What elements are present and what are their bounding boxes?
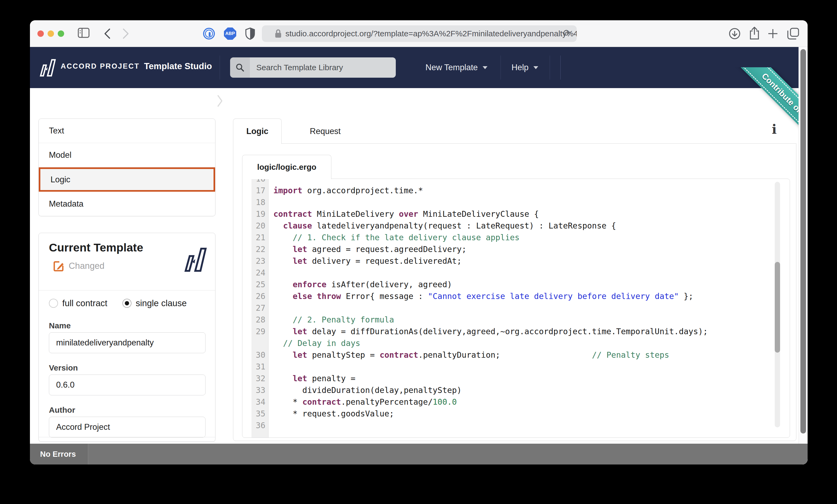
sidebar-item-model[interactable]: Model: [39, 143, 215, 167]
search-icon[interactable]: [230, 57, 250, 78]
name-field[interactable]: [49, 332, 206, 353]
code-line[interactable]: 31: [251, 361, 790, 373]
info-icon[interactable]: i: [772, 122, 777, 137]
browser-window: ABP studio.accordproject.org/?template=a…: [30, 20, 807, 465]
divider: [39, 290, 215, 291]
status-bar: No Errors: [30, 444, 807, 465]
file-tab-logic-ergo[interactable]: logic/logic.ergo: [242, 155, 332, 179]
address-bar[interactable]: studio.accordproject.org/?template=ap%3A…: [262, 25, 577, 42]
code-line[interactable]: 20 clause latedeliveryandpenalty(request…: [251, 220, 790, 232]
accord-project-logo-icon[interactable]: [39, 59, 56, 77]
template-status-badge: Changed: [69, 261, 105, 271]
error-status-segment: No Errors: [30, 444, 88, 465]
minimize-window-button[interactable]: [48, 31, 54, 37]
close-window-button[interactable]: [37, 31, 44, 37]
new-template-menu[interactable]: New Template: [425, 47, 487, 88]
tab-request[interactable]: Request: [295, 118, 356, 144]
app-header: ACCORD PROJECT Template Studio New Templ…: [30, 47, 799, 88]
brand-text[interactable]: ACCORD PROJECT: [61, 62, 140, 71]
code-line[interactable]: 28 // 2. Penalty formula: [251, 314, 790, 326]
code-line[interactable]: 32 let penalty =: [251, 373, 790, 385]
lock-icon: [275, 29, 282, 38]
chevron-right-icon: [217, 94, 223, 107]
code-line[interactable]: 19contract MiniLateDelivery over MiniLat…: [251, 208, 790, 220]
code-editor[interactable]: 1617import org.accordproject.time.*1819c…: [242, 179, 790, 438]
url-text: studio.accordproject.org/?template=ap%3A…: [285, 29, 577, 38]
header-divider: [550, 56, 550, 79]
share-button[interactable]: [748, 26, 761, 41]
code-line[interactable]: 36: [251, 419, 790, 431]
single-clause-radio[interactable]: [122, 299, 131, 308]
back-button[interactable]: [104, 28, 111, 39]
template-search: [230, 57, 396, 78]
reload-icon[interactable]: ⟳: [563, 27, 571, 38]
browser-toolbar: ABP studio.accordproject.org/?template=a…: [30, 20, 807, 47]
code-line[interactable]: 29 let delay = diffDurationAs(delivery,a…: [251, 326, 790, 337]
author-field-label: Author: [49, 406, 75, 415]
code-line[interactable]: 26 else throw Error{ message : "Cannot e…: [251, 291, 790, 302]
downloads-button[interactable]: [729, 27, 741, 40]
code-line[interactable]: 33 divideDuration(delay,penaltyStep): [251, 385, 790, 396]
page-scrollbar-thumb[interactable]: [800, 49, 806, 433]
current-template-card: Current Template Changed full contract s…: [38, 233, 215, 442]
single-clause-label: single clause: [136, 298, 187, 308]
full-contract-radio[interactable]: [49, 299, 58, 308]
tab-overview-button[interactable]: [787, 27, 800, 40]
code-line[interactable]: 34 * contract.penaltyPercentage/100.0: [251, 396, 790, 408]
full-contract-label: full contract: [62, 298, 107, 308]
name-field-label: Name: [49, 321, 71, 330]
code-line[interactable]: 17import org.accordproject.time.*: [251, 185, 790, 197]
header-divider: [560, 56, 561, 79]
new-tab-button[interactable]: [767, 28, 778, 39]
sidebar-item-text[interactable]: Text: [39, 119, 215, 143]
code-line[interactable]: 24: [251, 267, 790, 279]
current-template-title: Current Template: [49, 241, 143, 254]
help-menu[interactable]: Help: [512, 47, 538, 88]
version-field[interactable]: [49, 375, 206, 395]
author-field[interactable]: [49, 417, 206, 437]
sidebar-toggle-icon[interactable]: [77, 27, 90, 38]
adblock-plus-extension-icon[interactable]: ABP: [224, 27, 236, 40]
editor-scrollbar[interactable]: [775, 182, 780, 427]
code-line[interactable]: 21 // 1. Check if the late delivery clau…: [251, 232, 790, 243]
template-section-nav: TextModelLogicMetadata: [38, 118, 215, 216]
code-line[interactable]: 18: [251, 197, 790, 208]
forward-button[interactable]: [122, 28, 129, 39]
accord-project-logo-icon: [184, 245, 207, 275]
1password-extension-icon[interactable]: [203, 28, 215, 39]
status-message: No Errors: [40, 450, 76, 459]
version-field-label: Version: [49, 363, 78, 372]
code-line[interactable]: 27: [251, 302, 790, 314]
code-line[interactable]: 30 let penaltyStep = contract.penaltyDur…: [251, 349, 790, 361]
code-line[interactable]: 16: [251, 179, 790, 185]
sidebar-item-logic[interactable]: Logic: [39, 167, 215, 192]
zoom-window-button[interactable]: [58, 31, 64, 37]
shield-extension-icon[interactable]: [245, 27, 255, 40]
sidebar-item-metadata[interactable]: Metadata: [39, 192, 215, 216]
code-line[interactable]: 35 * request.goodsValue;: [251, 408, 790, 419]
search-input[interactable]: [250, 57, 396, 78]
page-scrollbar[interactable]: [799, 47, 807, 465]
code-line[interactable]: // Delay in days: [251, 337, 790, 349]
code-line[interactable]: 22 let agreed = request.agreedDelivery;: [251, 243, 790, 255]
chevron-down-icon: [483, 66, 487, 69]
app-title: Template Studio: [144, 61, 212, 71]
editor-scrollbar-thumb[interactable]: [775, 262, 780, 353]
code-line[interactable]: 23 let delivery = request.deliveredAt;: [251, 255, 790, 267]
chevron-down-icon: [533, 66, 538, 69]
edit-pencil-icon: [53, 260, 65, 272]
code-line[interactable]: 25 enforce isAfter(delivery, agreed): [251, 279, 790, 291]
tab-logic[interactable]: Logic: [233, 118, 282, 144]
